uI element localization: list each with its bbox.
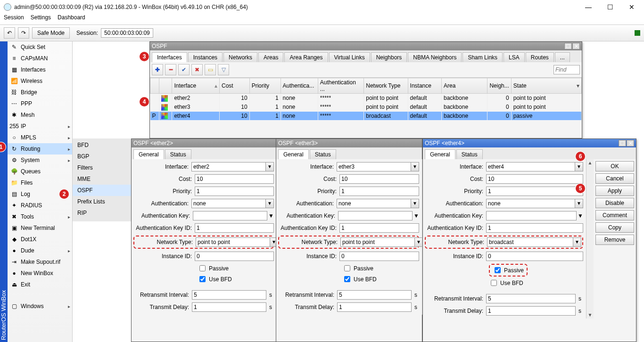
transmit-delay-field[interactable]: [192, 302, 266, 312]
cost-field[interactable]: [195, 174, 274, 184]
safe-mode-button[interactable]: Safe Mode: [32, 27, 70, 39]
enable-button[interactable]: ✔: [178, 64, 190, 75]
priority-field[interactable]: [486, 187, 583, 196]
dialog-close-icon[interactable]: ✕: [627, 140, 634, 147]
auth-key-id-field[interactable]: [339, 223, 419, 233]
dropdown-icon[interactable]: ▼: [265, 162, 274, 171]
priority-field[interactable]: [195, 187, 274, 196]
sidebar-item-make-supout.rif[interactable]: ⇥Make Supout.rif: [8, 256, 72, 268]
network-type-field[interactable]: [487, 237, 573, 247]
comment-button[interactable]: ▭: [205, 64, 216, 75]
scroll-down-icon[interactable]: ▼: [588, 312, 593, 318]
sidebar-item-tools[interactable]: ✖Tools▸: [8, 211, 72, 222]
instance-id-field[interactable]: [195, 252, 274, 261]
authentication-field[interactable]: [337, 199, 411, 208]
sidebar-item-ip[interactable]: 255IP▸: [8, 121, 72, 132]
scrollbar[interactable]: ▲▼: [586, 159, 594, 318]
auth-key-field[interactable]: [193, 211, 267, 220]
tab-networks[interactable]: Networks: [223, 52, 257, 62]
ospf-window-titlebar[interactable]: OSPF ☐ ✕: [150, 42, 582, 50]
maximize-button[interactable]: ☐: [603, 3, 617, 11]
sidebar-item-windows[interactable]: ▢Windows▸: [8, 301, 72, 312]
submenu-item-mme[interactable]: MME: [73, 173, 138, 185]
tab-general[interactable]: General: [425, 149, 455, 159]
network-type-field[interactable]: [340, 237, 414, 247]
sidebar-item-system[interactable]: ⚙System▸: [8, 155, 72, 166]
sidebar-item-capsman[interactable]: ≡CAPsMAN: [8, 53, 72, 64]
tab-general[interactable]: General: [278, 149, 309, 159]
col-header[interactable]: State ▾: [511, 78, 581, 94]
tab-general[interactable]: General: [133, 149, 164, 159]
add-button[interactable]: ✚: [152, 64, 163, 75]
tab-status[interactable]: Status: [456, 149, 483, 159]
transmit-delay-field[interactable]: [337, 302, 412, 312]
col-header[interactable]: Area: [442, 78, 487, 94]
sidebar-item-mesh[interactable]: ✱Mesh: [8, 109, 72, 121]
col-header[interactable]: [150, 78, 159, 94]
col-header[interactable]: Priority: [249, 78, 281, 94]
use-bfd-checkbox[interactable]: [199, 276, 206, 282]
dropdown-icon[interactable]: ▼: [575, 162, 583, 171]
priority-field[interactable]: [339, 187, 419, 196]
disable-button[interactable]: ✖: [191, 64, 203, 75]
retransmit-interval-field[interactable]: [486, 294, 576, 303]
table-row[interactable]: P ether4101 none*****broadcastdefaultbac…: [150, 112, 582, 121]
sidebar-item-quick-set[interactable]: ✎Quick Set: [8, 41, 72, 53]
sidebar-item-routing[interactable]: ↻Routing▸: [8, 143, 72, 155]
disable-button[interactable]: Disable: [595, 198, 634, 208]
tab-areas[interactable]: Areas: [258, 52, 283, 62]
tab-sham-links[interactable]: Sham Links: [462, 52, 503, 62]
instance-id-field[interactable]: [486, 252, 583, 261]
comment-button[interactable]: Comment: [595, 210, 634, 220]
transmit-delay-field[interactable]: [486, 306, 576, 316]
cancel-button[interactable]: Cancel: [595, 173, 634, 184]
tab-routes[interactable]: Routes: [526, 52, 554, 62]
auth-key-field[interactable]: [338, 211, 413, 220]
col-header[interactable]: Instance: [408, 78, 441, 94]
sidebar-item-queues[interactable]: 🌳Queues: [8, 166, 72, 177]
passive-checkbox[interactable]: [199, 265, 206, 271]
tab--[interactable]: ...: [555, 52, 570, 62]
copy-button[interactable]: Copy: [595, 222, 634, 233]
submenu-item-bgp[interactable]: BGP: [73, 151, 138, 162]
sidebar-item-files[interactable]: 📁Files: [8, 177, 72, 188]
col-header[interactable]: Authentication ...: [318, 78, 363, 94]
table-row[interactable]: ether2101 none*****point to pointdefault…: [150, 94, 582, 103]
submenu-item-rip[interactable]: RIP: [73, 207, 138, 219]
tab-instances[interactable]: Instances: [188, 52, 223, 62]
cost-field[interactable]: [486, 174, 583, 184]
close-button[interactable]: ✕: [625, 3, 638, 11]
retransmit-interval-field[interactable]: [192, 290, 266, 300]
sidebar-item-ppp[interactable]: ⋯PPP: [8, 98, 72, 109]
network-type-field[interactable]: [196, 237, 270, 247]
use-bfd-checkbox[interactable]: [344, 276, 350, 282]
interface-field[interactable]: [191, 162, 265, 171]
find-input[interactable]: [553, 65, 580, 74]
auth-key-id-field[interactable]: [195, 223, 274, 233]
col-header[interactable]: Cost: [219, 78, 249, 94]
sidebar-item-dot1x[interactable]: ◆Dot1X: [8, 234, 72, 245]
dialog-titlebar[interactable]: OSPF <ether3>: [276, 139, 422, 147]
dropdown-icon[interactable]: ▼: [413, 212, 419, 219]
menu-dashboard[interactable]: Dashboard: [58, 14, 85, 24]
submenu-item-bfd[interactable]: BFD: [73, 139, 138, 151]
redo-button[interactable]: ↷: [18, 27, 29, 39]
dropdown-icon[interactable]: ▼: [411, 162, 419, 171]
dropdown-icon[interactable]: ▼: [268, 212, 274, 219]
authentication-field[interactable]: [486, 199, 575, 208]
sidebar-item-radius[interactable]: ✦RADIUS: [8, 200, 72, 211]
instance-id-field[interactable]: [339, 252, 419, 261]
dialog-titlebar[interactable]: OSPF <ether4> ☐✕: [423, 139, 636, 147]
col-header[interactable]: Interface ▴: [172, 78, 220, 94]
submenu-item-filters[interactable]: Filters: [73, 162, 138, 173]
apply-button[interactable]: Apply: [595, 186, 634, 196]
sidebar-item-bridge[interactable]: ⛓Bridge: [8, 87, 72, 98]
dropdown-icon[interactable]: ▼: [411, 199, 419, 208]
tab-lsa[interactable]: LSA: [504, 52, 525, 62]
dropdown-icon[interactable]: ▼: [265, 199, 274, 208]
tab-neighbors[interactable]: Neighbors: [371, 52, 407, 62]
ospf-maximize-icon[interactable]: ☐: [564, 43, 572, 49]
ok-button[interactable]: OK: [595, 161, 634, 171]
ospf-close-icon[interactable]: ✕: [572, 43, 580, 49]
passive-checkbox[interactable]: [495, 267, 501, 273]
